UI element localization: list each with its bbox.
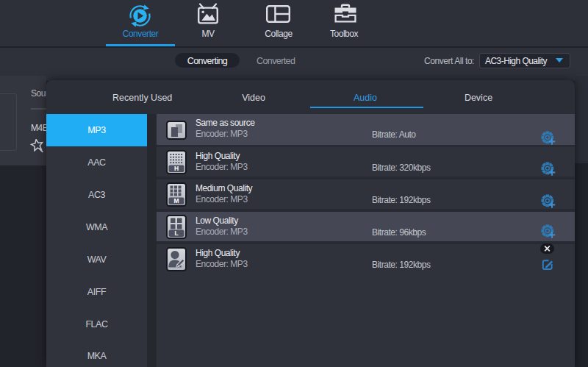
svg-text:H: H xyxy=(174,165,179,172)
svg-text:M: M xyxy=(173,197,179,204)
svg-text:L: L xyxy=(174,229,178,237)
